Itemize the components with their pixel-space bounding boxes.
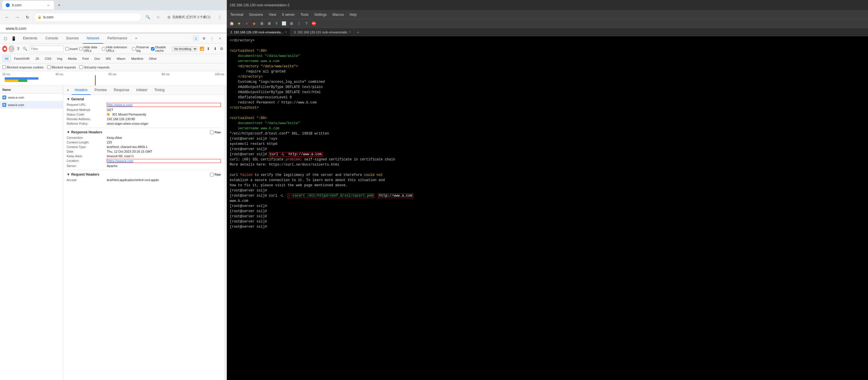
raw-checkbox[interactable] <box>210 130 214 134</box>
tab-console[interactable]: Console <box>41 33 62 44</box>
menu-xserver[interactable]: X server <box>280 13 297 17</box>
record-button[interactable] <box>2 46 7 52</box>
term-orange-icon[interactable]: ◆ <box>251 21 257 27</box>
third-party-label[interactable]: 3rd-party requests <box>79 65 110 69</box>
menu-terminal[interactable]: Terminal <box>228 13 245 17</box>
network-settings-icon[interactable]: ⚙ <box>219 46 224 52</box>
star-button[interactable]: ☆ <box>154 13 162 21</box>
devtools-more-icon[interactable]: ⋮ <box>209 35 215 42</box>
term-screen-icon[interactable]: 🖥 <box>258 21 265 27</box>
req-raw-checkbox-label[interactable]: Raw <box>210 173 221 176</box>
hide-ext-checkbox[interactable] <box>102 47 105 51</box>
menu-sessions[interactable]: Sessions <box>247 13 265 17</box>
scrollbar[interactable] <box>224 86 226 380</box>
preserve-log-label[interactable]: Preserve log <box>132 46 149 52</box>
filter-font[interactable]: Font <box>80 56 91 62</box>
tab-response[interactable]: Response <box>111 86 132 95</box>
browser-tab[interactable]: b.com × <box>2 1 54 9</box>
list-item-a[interactable]: ■ www.a.com <box>0 94 63 101</box>
invert-checkbox[interactable] <box>65 47 69 51</box>
inspect-icon[interactable]: ⬡ <box>2 35 9 42</box>
search-network-icon[interactable]: 🔍 <box>22 46 27 52</box>
hide-ext-label[interactable]: Hide extension URLs <box>102 46 129 52</box>
settings-icon[interactable]: ⚙ <box>201 35 207 42</box>
term-info-icon[interactable]: ℹ <box>296 21 302 27</box>
refresh-button[interactable]: ↻ <box>24 13 32 21</box>
menu-settings[interactable]: Settings <box>313 13 329 17</box>
invert-checkbox-label[interactable]: Invert <box>65 47 78 51</box>
third-party-checkbox[interactable] <box>79 65 83 69</box>
filter-media[interactable]: Media <box>65 56 79 62</box>
term-grid-icon[interactable]: ⊞ <box>288 21 294 27</box>
filter-other[interactable]: Other <box>146 56 159 62</box>
back-button[interactable]: ← <box>3 13 11 21</box>
profile-area[interactable]: ⊙ 无痕模式 (已打开 2 个窗口) <box>164 13 213 22</box>
term-home-icon[interactable]: 🏠 <box>228 21 235 27</box>
filter-icon[interactable]: ⊽ <box>16 46 21 52</box>
term-question-icon[interactable]: ? <box>303 21 310 27</box>
device-icon[interactable]: 📱 <box>10 35 17 42</box>
tab-elements[interactable]: Elements <box>19 33 41 44</box>
term-y-icon[interactable]: Y <box>273 21 280 27</box>
term-star-icon[interactable]: ★ <box>236 21 242 27</box>
search-address-button[interactable]: 🔍 <box>144 13 152 21</box>
term-screen2-icon[interactable]: 🖥 <box>266 21 272 27</box>
tab-headers[interactable]: Headers <box>72 86 90 95</box>
filter-manifest[interactable]: Manifest <box>129 56 146 62</box>
list-item-b[interactable]: ■ www.b.com <box>0 101 63 109</box>
term-tab-2-close[interactable]: × <box>349 30 351 34</box>
export-icon[interactable]: ⬇ <box>213 46 217 52</box>
tab-more[interactable]: » <box>131 33 141 44</box>
term-stop-icon[interactable]: ⛔ <box>311 21 317 27</box>
filter-img[interactable]: Img <box>55 56 65 62</box>
hide-data-urls-label[interactable]: Hide data URLs <box>79 46 100 52</box>
import-icon[interactable]: ⬆ <box>206 46 211 52</box>
profile-label: 无痕模式 (已打开 2 个窗口) <box>172 15 211 19</box>
raw-checkbox-label[interactable]: Raw <box>210 130 221 134</box>
blocked-requests-label[interactable]: Blocked requests <box>47 65 76 69</box>
wifi-icon[interactable]: 📶 <box>199 46 204 52</box>
term-box-icon[interactable]: ⬜ <box>281 21 287 27</box>
filter-ws[interactable]: WS <box>103 56 114 62</box>
menu-help[interactable]: Help <box>348 13 358 17</box>
filter-wasm[interactable]: Wasm <box>114 56 128 62</box>
filter-doc[interactable]: Doc <box>92 56 103 62</box>
preserve-log-checkbox[interactable] <box>132 47 135 51</box>
term-red-icon[interactable]: ● <box>244 21 250 27</box>
filter-css[interactable]: CSS <box>42 56 54 62</box>
term-tab-2[interactable]: 3. 192.168.126.131 rock-vmwarestatic × <box>290 28 354 36</box>
menu-view[interactable]: View <box>267 13 278 17</box>
filter-fetch-xhr[interactable]: Fetch/XHR <box>11 56 32 62</box>
term-tab-1-close[interactable]: × <box>285 30 287 34</box>
tab-timing[interactable]: Timing <box>151 86 167 95</box>
tab-close-button[interactable]: × <box>46 3 51 7</box>
forward-button[interactable]: → <box>13 13 21 21</box>
detail-close-button[interactable]: × <box>65 88 71 93</box>
term-tab-1[interactable]: 2. 192.168.126.130 rock-vmwaresta... × <box>227 28 290 36</box>
disable-cache-checkbox[interactable] <box>151 47 154 51</box>
address-input-box[interactable]: 🔒 b.com <box>34 13 142 22</box>
blocked-cookies-label[interactable]: Blocked response cookies <box>2 65 44 69</box>
devtools-close-icon[interactable]: × <box>217 35 223 42</box>
filter-input[interactable] <box>29 46 64 52</box>
tab-network[interactable]: Network <box>83 33 103 44</box>
req-raw-checkbox[interactable] <box>210 173 214 176</box>
tab-sources[interactable]: Sources <box>62 33 83 44</box>
tab-preview[interactable]: Preview <box>92 86 110 95</box>
blocked-cookies-checkbox[interactable] <box>2 65 6 69</box>
blocked-requests-checkbox[interactable] <box>47 65 51 69</box>
hide-data-urls-checkbox[interactable] <box>79 47 83 51</box>
clear-button[interactable]: 🚫 <box>9 46 14 52</box>
menu-macros[interactable]: Macros <box>331 13 345 17</box>
tab-initiator[interactable]: Initiator <box>133 86 150 95</box>
menu-button[interactable]: ⋮ <box>216 13 224 21</box>
new-tab-button[interactable]: + <box>55 1 63 9</box>
notification-badge[interactable]: 1 <box>193 35 199 42</box>
filter-all[interactable]: All <box>2 56 11 62</box>
menu-tools[interactable]: Tools <box>299 13 310 17</box>
disable-cache-label[interactable]: Disable cache <box>151 46 170 52</box>
term-tab-add[interactable]: + <box>354 28 362 36</box>
tab-performance[interactable]: Performance <box>103 33 131 44</box>
filter-js[interactable]: JS <box>33 56 42 62</box>
throttle-select[interactable]: No throttling <box>172 46 197 52</box>
